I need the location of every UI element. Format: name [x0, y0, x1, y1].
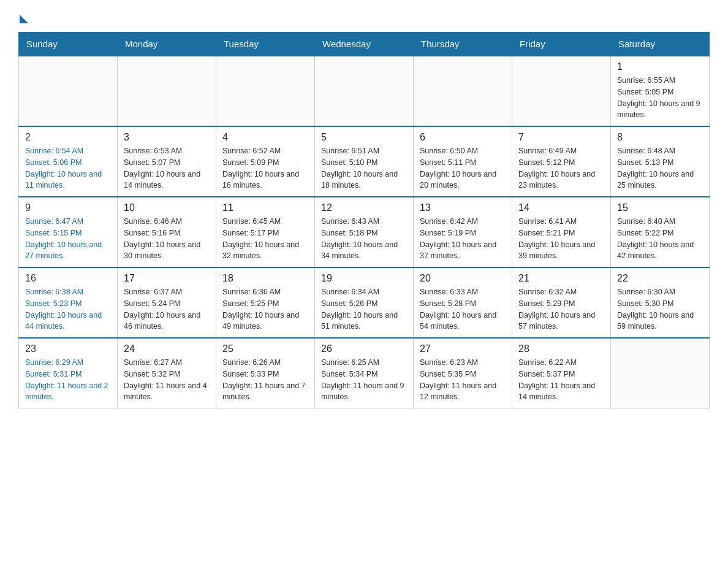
day-info: Sunrise: 6:34 AM Sunset: 5:26 PM Dayligh…	[321, 286, 407, 332]
day-info: Sunrise: 6:37 AM Sunset: 5:24 PM Dayligh…	[124, 286, 210, 332]
day-number: 10	[124, 202, 210, 213]
calendar-cell: 14Sunrise: 6:41 AM Sunset: 5:21 PM Dayli…	[512, 197, 611, 267]
day-info: Sunrise: 6:50 AM Sunset: 5:11 PM Dayligh…	[420, 145, 506, 191]
calendar-cell: 28Sunrise: 6:22 AM Sunset: 5:37 PM Dayli…	[512, 338, 611, 408]
day-number: 17	[124, 273, 210, 284]
calendar-cell: 10Sunrise: 6:46 AM Sunset: 5:16 PM Dayli…	[118, 197, 216, 267]
weekday-header-thursday: Thursday	[414, 33, 512, 56]
calendar-cell: 1Sunrise: 6:55 AM Sunset: 5:05 PM Daylig…	[611, 56, 710, 126]
day-info: Sunrise: 6:26 AM Sunset: 5:33 PM Dayligh…	[222, 357, 308, 403]
weekday-header-tuesday: Tuesday	[216, 33, 315, 56]
day-info: Sunrise: 6:51 AM Sunset: 5:10 PM Dayligh…	[321, 145, 407, 191]
calendar-cell: 20Sunrise: 6:33 AM Sunset: 5:28 PM Dayli…	[414, 267, 512, 338]
calendar-cell: 26Sunrise: 6:25 AM Sunset: 5:34 PM Dayli…	[315, 338, 414, 408]
calendar-cell: 24Sunrise: 6:27 AM Sunset: 5:32 PM Dayli…	[118, 338, 216, 408]
day-info: Sunrise: 6:23 AM Sunset: 5:35 PM Dayligh…	[420, 357, 506, 403]
day-info: Sunrise: 6:42 AM Sunset: 5:19 PM Dayligh…	[420, 216, 506, 262]
calendar-cell: 17Sunrise: 6:37 AM Sunset: 5:24 PM Dayli…	[118, 267, 216, 338]
calendar-cell: 21Sunrise: 6:32 AM Sunset: 5:29 PM Dayli…	[512, 267, 611, 338]
calendar-table: SundayMondayTuesdayWednesdayThursdayFrid…	[18, 32, 710, 408]
weekday-header-sunday: Sunday	[19, 33, 118, 56]
day-number: 21	[518, 273, 604, 284]
day-info: Sunrise: 6:47 AM Sunset: 5:15 PM Dayligh…	[25, 216, 111, 262]
calendar-cell: 19Sunrise: 6:34 AM Sunset: 5:26 PM Dayli…	[315, 267, 414, 338]
day-number: 14	[518, 202, 604, 213]
day-number: 12	[321, 202, 407, 213]
day-info: Sunrise: 6:40 AM Sunset: 5:22 PM Dayligh…	[617, 216, 703, 262]
calendar-cell: 15Sunrise: 6:40 AM Sunset: 5:22 PM Dayli…	[611, 197, 710, 267]
day-number: 28	[518, 343, 604, 354]
calendar-cell	[216, 56, 315, 126]
weekday-header-row: SundayMondayTuesdayWednesdayThursdayFrid…	[19, 33, 710, 56]
day-info: Sunrise: 6:43 AM Sunset: 5:18 PM Dayligh…	[321, 216, 407, 262]
day-number: 4	[222, 132, 308, 143]
day-info: Sunrise: 6:53 AM Sunset: 5:07 PM Dayligh…	[124, 145, 210, 191]
day-number: 25	[222, 343, 308, 354]
logo-arrow-icon	[20, 15, 28, 23]
day-info: Sunrise: 6:49 AM Sunset: 5:12 PM Dayligh…	[518, 145, 604, 191]
day-info: Sunrise: 6:54 AM Sunset: 5:06 PM Dayligh…	[25, 145, 111, 191]
calendar-cell: 8Sunrise: 6:48 AM Sunset: 5:13 PM Daylig…	[611, 126, 710, 197]
calendar-cell	[19, 56, 118, 126]
calendar-cell	[315, 56, 414, 126]
day-number: 2	[25, 132, 111, 143]
page-header	[18, 12, 710, 21]
calendar-week-row: 16Sunrise: 6:38 AM Sunset: 5:23 PM Dayli…	[19, 267, 710, 338]
day-number: 16	[25, 273, 111, 284]
day-info: Sunrise: 6:36 AM Sunset: 5:25 PM Dayligh…	[222, 286, 308, 332]
day-info: Sunrise: 6:22 AM Sunset: 5:37 PM Dayligh…	[518, 357, 604, 403]
day-info: Sunrise: 6:46 AM Sunset: 5:16 PM Dayligh…	[124, 216, 210, 262]
day-info: Sunrise: 6:30 AM Sunset: 5:30 PM Dayligh…	[617, 286, 703, 332]
day-number: 8	[617, 132, 703, 143]
day-number: 26	[321, 343, 407, 354]
calendar-week-row: 1Sunrise: 6:55 AM Sunset: 5:05 PM Daylig…	[19, 56, 710, 126]
day-number: 13	[420, 202, 506, 213]
calendar-cell: 25Sunrise: 6:26 AM Sunset: 5:33 PM Dayli…	[216, 338, 315, 408]
day-info: Sunrise: 6:52 AM Sunset: 5:09 PM Dayligh…	[222, 145, 308, 191]
calendar-cell	[118, 56, 216, 126]
calendar-cell: 3Sunrise: 6:53 AM Sunset: 5:07 PM Daylig…	[118, 126, 216, 197]
day-number: 1	[617, 61, 703, 72]
day-number: 19	[321, 273, 407, 284]
day-number: 27	[420, 343, 506, 354]
day-info: Sunrise: 6:48 AM Sunset: 5:13 PM Dayligh…	[617, 145, 703, 191]
day-info: Sunrise: 6:25 AM Sunset: 5:34 PM Dayligh…	[321, 357, 407, 403]
day-number: 11	[222, 202, 308, 213]
weekday-header-friday: Friday	[512, 33, 611, 56]
calendar-cell: 18Sunrise: 6:36 AM Sunset: 5:25 PM Dayli…	[216, 267, 315, 338]
day-info: Sunrise: 6:55 AM Sunset: 5:05 PM Dayligh…	[617, 75, 703, 121]
day-number: 6	[420, 132, 506, 143]
calendar-cell: 13Sunrise: 6:42 AM Sunset: 5:19 PM Dayli…	[414, 197, 512, 267]
day-number: 22	[617, 273, 703, 284]
calendar-week-row: 23Sunrise: 6:29 AM Sunset: 5:31 PM Dayli…	[19, 338, 710, 408]
weekday-header-monday: Monday	[118, 33, 216, 56]
calendar-cell: 22Sunrise: 6:30 AM Sunset: 5:30 PM Dayli…	[611, 267, 710, 338]
day-number: 9	[25, 202, 111, 213]
calendar-cell	[611, 338, 710, 408]
calendar-week-row: 9Sunrise: 6:47 AM Sunset: 5:15 PM Daylig…	[19, 197, 710, 267]
day-info: Sunrise: 6:29 AM Sunset: 5:31 PM Dayligh…	[25, 357, 111, 403]
day-info: Sunrise: 6:33 AM Sunset: 5:28 PM Dayligh…	[420, 286, 506, 332]
calendar-cell: 7Sunrise: 6:49 AM Sunset: 5:12 PM Daylig…	[512, 126, 611, 197]
calendar-cell: 12Sunrise: 6:43 AM Sunset: 5:18 PM Dayli…	[315, 197, 414, 267]
calendar-cell: 5Sunrise: 6:51 AM Sunset: 5:10 PM Daylig…	[315, 126, 414, 197]
day-info: Sunrise: 6:38 AM Sunset: 5:23 PM Dayligh…	[25, 286, 111, 332]
calendar-cell: 6Sunrise: 6:50 AM Sunset: 5:11 PM Daylig…	[414, 126, 512, 197]
calendar-week-row: 2Sunrise: 6:54 AM Sunset: 5:06 PM Daylig…	[19, 126, 710, 197]
calendar-cell	[512, 56, 611, 126]
calendar-cell: 23Sunrise: 6:29 AM Sunset: 5:31 PM Dayli…	[19, 338, 118, 408]
calendar-cell: 9Sunrise: 6:47 AM Sunset: 5:15 PM Daylig…	[19, 197, 118, 267]
day-info: Sunrise: 6:27 AM Sunset: 5:32 PM Dayligh…	[124, 357, 210, 403]
calendar-cell	[414, 56, 512, 126]
day-number: 3	[124, 132, 210, 143]
day-number: 24	[124, 343, 210, 354]
day-number: 18	[222, 273, 308, 284]
day-number: 23	[25, 343, 111, 354]
day-number: 15	[617, 202, 703, 213]
weekday-header-saturday: Saturday	[611, 33, 710, 56]
day-number: 7	[518, 132, 604, 143]
logo	[18, 12, 28, 21]
weekday-header-wednesday: Wednesday	[315, 33, 414, 56]
calendar-cell: 27Sunrise: 6:23 AM Sunset: 5:35 PM Dayli…	[414, 338, 512, 408]
day-number: 5	[321, 132, 407, 143]
